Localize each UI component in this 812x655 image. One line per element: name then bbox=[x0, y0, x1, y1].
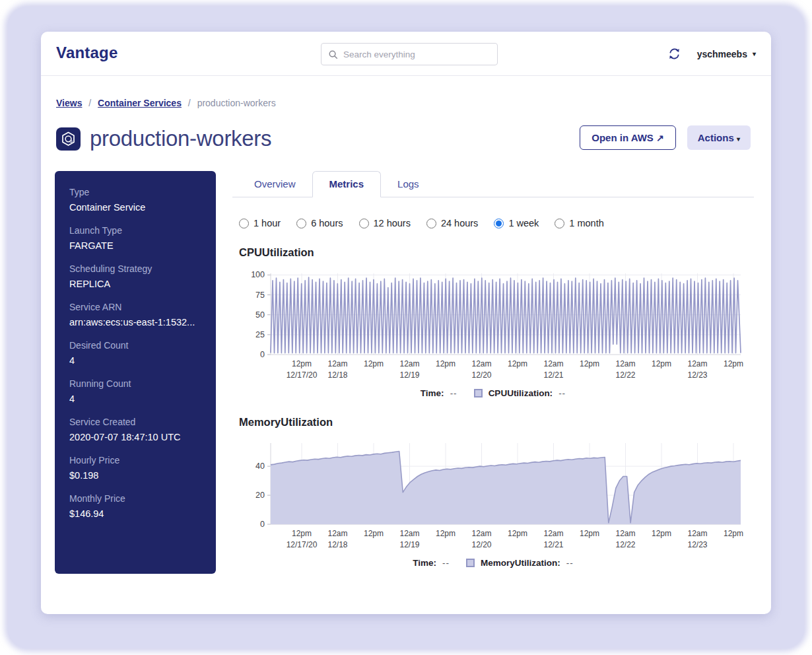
detail-running-count: Running Count 4 bbox=[69, 378, 201, 404]
svg-text:12am: 12am bbox=[399, 359, 419, 368]
svg-text:12pm: 12pm bbox=[508, 359, 527, 368]
radio-1-hour[interactable] bbox=[239, 219, 249, 228]
svg-text:12am: 12am bbox=[471, 359, 491, 368]
svg-text:12pm: 12pm bbox=[580, 359, 599, 368]
detail-service-created: Service Created 2020-07-07 18:47:10 UTC bbox=[69, 417, 201, 442]
svg-text:12pm: 12pm bbox=[364, 529, 384, 538]
top-navbar: Vantage yschmeebs ▾ bbox=[41, 32, 771, 76]
svg-text:12am: 12am bbox=[399, 529, 419, 538]
svg-text:12/17/20: 12/17/20 bbox=[287, 370, 318, 380]
service-details-panel: Type Container Service Launch Type FARGA… bbox=[55, 171, 216, 574]
refresh-icon bbox=[667, 47, 681, 61]
radio-24-hours[interactable] bbox=[426, 219, 436, 228]
actions-button[interactable]: Actions ▾ bbox=[687, 125, 751, 150]
cpu-chart-title: CPUUtilization bbox=[239, 246, 754, 259]
breadcrumb-current: production-workers bbox=[197, 98, 276, 108]
svg-text:20: 20 bbox=[255, 491, 265, 500]
svg-text:12am: 12am bbox=[615, 359, 635, 368]
svg-text:40: 40 bbox=[255, 462, 265, 471]
svg-text:12pm: 12pm bbox=[364, 359, 384, 368]
svg-text:12/22: 12/22 bbox=[615, 540, 635, 549]
radio-12-hours[interactable] bbox=[359, 219, 369, 228]
svg-text:100: 100 bbox=[251, 270, 265, 279]
search-icon bbox=[328, 50, 338, 59]
range-1-week[interactable]: 1 week bbox=[494, 218, 539, 228]
memory-chart-title: MemoryUtilization bbox=[239, 416, 754, 429]
svg-text:12am: 12am bbox=[687, 529, 707, 538]
cpu-utilization-chart[interactable]: 12pm12/17/2012am12/1812pm12am12/1912pm12… bbox=[239, 269, 747, 383]
svg-text:12/19: 12/19 bbox=[399, 540, 419, 549]
global-search bbox=[321, 43, 498, 65]
svg-text:12/23: 12/23 bbox=[687, 370, 707, 380]
tab-overview[interactable]: Overview bbox=[238, 171, 312, 197]
header-right-cluster: yschmeebs ▾ bbox=[667, 32, 756, 76]
svg-text:0: 0 bbox=[260, 350, 265, 359]
svg-text:12/22: 12/22 bbox=[615, 370, 635, 380]
breadcrumb: Views / Container Services / production-… bbox=[56, 98, 276, 108]
refresh-button[interactable] bbox=[667, 47, 681, 61]
detail-desired-count: Desired Count 4 bbox=[69, 340, 201, 366]
svg-text:12pm: 12pm bbox=[292, 529, 312, 538]
svg-text:12am: 12am bbox=[543, 359, 563, 368]
detail-launch-type: Launch Type FARGATE bbox=[69, 225, 201, 251]
title-actions: Open in AWS ↗ Actions ▾ bbox=[580, 125, 751, 150]
svg-text:12/18: 12/18 bbox=[327, 540, 347, 549]
svg-text:12pm: 12pm bbox=[724, 529, 743, 538]
breadcrumb-separator: / bbox=[88, 98, 91, 108]
svg-text:0: 0 bbox=[260, 520, 265, 529]
range-1-month[interactable]: 1 month bbox=[555, 218, 603, 228]
svg-text:12pm: 12pm bbox=[724, 359, 743, 368]
svg-text:12/21: 12/21 bbox=[543, 370, 563, 380]
radio-1-week[interactable] bbox=[494, 219, 504, 228]
radio-6-hours[interactable] bbox=[296, 219, 306, 228]
svg-text:12/20: 12/20 bbox=[471, 540, 491, 549]
svg-text:12am: 12am bbox=[615, 529, 635, 538]
username: yschmeebs bbox=[697, 49, 747, 59]
breadcrumb-separator: / bbox=[188, 98, 191, 108]
radio-1-month[interactable] bbox=[555, 219, 564, 228]
svg-text:12/23: 12/23 bbox=[687, 540, 707, 549]
tab-bar: Overview Metrics Logs bbox=[232, 171, 754, 197]
svg-text:12pm: 12pm bbox=[508, 529, 527, 538]
svg-text:12pm: 12pm bbox=[436, 529, 456, 538]
range-6-hours[interactable]: 6 hours bbox=[296, 218, 343, 228]
cpu-series-swatch bbox=[474, 389, 483, 397]
memory-utilization-chart[interactable]: 12pm12/17/2012am12/1812pm12am12/1912pm12… bbox=[239, 439, 747, 553]
range-12-hours[interactable]: 12 hours bbox=[359, 218, 411, 228]
memory-chart-legend: Time: -- MemoryUtilization: -- bbox=[239, 558, 747, 568]
breadcrumb-views[interactable]: Views bbox=[56, 98, 82, 108]
tab-logs[interactable]: Logs bbox=[381, 171, 436, 197]
app-window: Vantage yschmeebs ▾ V bbox=[41, 32, 771, 614]
search-input[interactable] bbox=[343, 50, 491, 59]
cpu-utilization-chart-block: CPUUtilization 12pm12/17/2012am12/1812pm… bbox=[232, 246, 754, 398]
svg-text:12pm: 12pm bbox=[292, 359, 312, 368]
svg-text:12am: 12am bbox=[687, 359, 707, 368]
svg-text:12am: 12am bbox=[327, 359, 347, 368]
chevron-down-icon: ▾ bbox=[737, 135, 740, 143]
container-service-icon bbox=[56, 127, 81, 151]
range-1-hour[interactable]: 1 hour bbox=[239, 218, 281, 228]
svg-text:12pm: 12pm bbox=[580, 529, 599, 538]
open-in-aws-button[interactable]: Open in AWS ↗ bbox=[580, 125, 676, 150]
range-24-hours[interactable]: 24 hours bbox=[426, 218, 478, 228]
svg-text:12am: 12am bbox=[543, 529, 563, 538]
external-link-icon: ↗ bbox=[656, 133, 664, 143]
vantage-logo[interactable]: Vantage bbox=[56, 44, 118, 62]
svg-text:12pm: 12pm bbox=[652, 529, 671, 538]
svg-text:12am: 12am bbox=[327, 529, 347, 538]
time-range-selector: 1 hour 6 hours 12 hours 24 hours 1 week … bbox=[232, 218, 754, 228]
svg-text:12pm: 12pm bbox=[436, 359, 456, 368]
detail-service-arn: Service ARN arn:aws:ecs:us-east-1:1532..… bbox=[69, 302, 201, 328]
cpu-chart-legend: Time: -- CPUUtilization: -- bbox=[239, 388, 747, 398]
memory-series-swatch bbox=[466, 559, 475, 567]
tab-metrics[interactable]: Metrics bbox=[312, 171, 382, 197]
user-menu[interactable]: yschmeebs ▾ bbox=[697, 49, 756, 59]
svg-text:12/17/20: 12/17/20 bbox=[287, 540, 318, 549]
svg-text:12/19: 12/19 bbox=[399, 370, 419, 380]
svg-text:12/18: 12/18 bbox=[327, 370, 347, 380]
svg-text:25: 25 bbox=[255, 330, 265, 339]
detail-monthly-price: Monthly Price $146.94 bbox=[69, 493, 201, 519]
detail-hourly-price: Hourly Price $0.198 bbox=[69, 455, 201, 481]
breadcrumb-container-services[interactable]: Container Services bbox=[98, 98, 182, 108]
svg-text:12pm: 12pm bbox=[652, 359, 671, 368]
